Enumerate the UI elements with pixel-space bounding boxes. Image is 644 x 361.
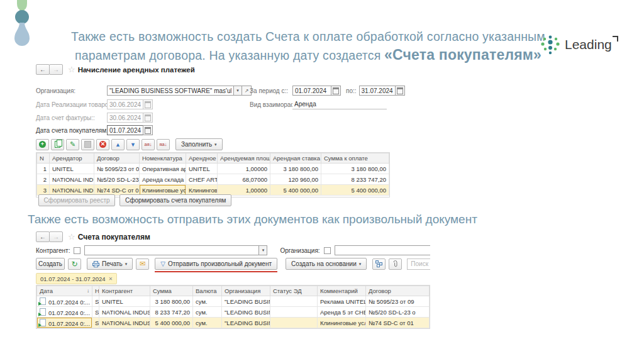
add-row-button[interactable]: +: [36, 139, 49, 150]
buyer-invoice-date-label: Дата счета покупателям:: [36, 127, 107, 134]
sort-desc-button[interactable]: яа↓: [157, 139, 170, 150]
leading-logo-icon: [540, 33, 561, 57]
date-filter-chip[interactable]: 01.07.2024 - 31.07.2024 ✕: [36, 273, 117, 284]
back-button[interactable]: ←: [36, 64, 50, 75]
create-buyer-invoices-button[interactable]: Сформировать счета покупателям: [119, 194, 231, 206]
table-row[interactable]: 01.07.2024 0:... S NATIONAL INDUS... 8 2…: [37, 307, 430, 318]
settlement-type-input[interactable]: [292, 99, 387, 109]
chevron-down-icon: ▾: [125, 262, 128, 267]
col-rent-place[interactable]: Арендное м...: [186, 153, 218, 164]
copy-icon: [55, 141, 60, 148]
col-number[interactable]: Н: [92, 286, 99, 296]
arrow-down-icon: ▼: [130, 142, 136, 148]
paperclip-icon: [392, 260, 398, 267]
attachments-button[interactable]: [389, 258, 402, 270]
copy-row-button[interactable]: [51, 139, 64, 150]
favorite-star-icon[interactable]: ☆: [68, 232, 75, 242]
edit-row-button[interactable]: ✎: [66, 139, 79, 150]
window1-title: Начисление арендных платежей: [78, 66, 195, 74]
col-counterparty[interactable]: Контрагент: [99, 286, 150, 296]
slide-title-line2: параметрам договора. На указанную дату с…: [25, 46, 591, 65]
window-buyer-invoices: ← → ☆ Счета покупателям Контрагент: ▾ Ор…: [36, 231, 430, 333]
col-contract[interactable]: Договор: [366, 286, 430, 296]
table-row[interactable]: 1 UNITEL № 5095/23 от 09.11.2... Операти…: [37, 164, 389, 174]
delete-icon: ✕: [99, 141, 106, 148]
realization-date-input: [107, 99, 143, 109]
buyer-invoice-date-input[interactable]: [107, 125, 143, 135]
favorite-star-icon[interactable]: ☆: [68, 65, 75, 74]
org-input[interactable]: [107, 86, 234, 96]
create-button[interactable]: Создать: [36, 258, 65, 270]
col-tenant[interactable]: Арендатор: [50, 153, 94, 164]
table-row[interactable]: 2 NATIONAL INDUSTRI... №5/20 SD-L-23 от …: [37, 174, 389, 185]
table-row[interactable]: 01.07.2024 0:... S UNITEL 3 180 800,00 с…: [37, 296, 430, 307]
org-filter-checkbox[interactable]: [324, 247, 331, 254]
move-down-button[interactable]: ▼: [126, 139, 140, 150]
col-amount[interactable]: Сумма к оплате: [321, 153, 389, 164]
col-contract[interactable]: Договор: [94, 153, 140, 164]
leading-logo: Leading: [540, 33, 618, 57]
table-row-selected[interactable]: 01.07.2024 0:... S NATIONAL INDUS... 5 4…: [37, 318, 430, 328]
org-dropdown-icon[interactable]: ▾: [233, 86, 242, 96]
period-to-calendar-icon[interactable]: [395, 86, 405, 96]
buyer-invoice-date-calendar-icon[interactable]: [143, 125, 153, 135]
col-area[interactable]: Арендуемая площадь: [218, 153, 270, 164]
invoice-date-label: Дата счет фактуры::: [36, 114, 107, 121]
search-input[interactable]: [407, 258, 430, 270]
close-icon[interactable]: ✕: [109, 276, 113, 282]
counterparty-checkbox[interactable]: [74, 247, 80, 254]
period-from-calendar-icon[interactable]: [331, 86, 341, 96]
leading-logo-text: Leading: [565, 37, 618, 52]
document-icon: [40, 308, 46, 316]
counterparty-input[interactable]: [84, 245, 259, 255]
chevron-down-icon: ▾: [214, 142, 217, 147]
rent-table-header-row: N Арендатор Договор Номенклатура Арендно…: [37, 153, 389, 164]
refresh-icon: ↻: [71, 260, 77, 269]
col-nomenclature[interactable]: Номенклатура: [140, 153, 186, 164]
period-to-label: по::: [346, 87, 357, 94]
col-organization[interactable]: Организация: [222, 286, 270, 296]
back-button[interactable]: ←: [36, 231, 50, 242]
settlement-type-label: Вид взаиморасчетов::: [250, 101, 292, 108]
col-comment[interactable]: Комментарий: [318, 286, 366, 296]
selected-cell[interactable]: Клининговые услуги: [140, 185, 186, 196]
refresh-button[interactable]: ↻: [68, 258, 81, 270]
table-row-selected[interactable]: 3 NATIONAL INDUSTRI... №74 SD-C от 01.12…: [37, 185, 389, 196]
sort-asc-icon: ая↓: [145, 142, 152, 147]
print-button[interactable]: Печать ▾: [87, 258, 133, 270]
envelope-icon: ✉: [140, 260, 145, 268]
col-amount[interactable]: Сумма: [150, 286, 193, 296]
counterparty-label: Контрагент:: [36, 247, 70, 254]
col-currency[interactable]: Валюта: [193, 286, 222, 296]
col-rate[interactable]: Арендная ставка: [270, 153, 321, 164]
related-documents-button[interactable]: [372, 258, 386, 270]
send-custom-document-button[interactable]: ▽ Отправить произвольный документ: [155, 258, 277, 270]
invoices-table: Дата↓ Н Контрагент Сумма Валюта Организа…: [36, 286, 430, 328]
document-icon: [40, 297, 46, 305]
email-button[interactable]: ✉: [136, 258, 149, 270]
create-based-on-button[interactable]: Создать на основании ▾: [286, 258, 367, 270]
selected-cell[interactable]: 01.07.2024 0:...: [37, 318, 92, 328]
document-icon: [40, 319, 46, 326]
arrow-up-icon: ▲: [115, 142, 121, 148]
period-to-input[interactable]: [359, 86, 396, 96]
delete-row-button[interactable]: ✕: [96, 139, 109, 150]
period-from-label: За период с::: [250, 87, 292, 94]
red-highlight-underline: [155, 271, 277, 272]
move-up-button[interactable]: ▲: [111, 139, 125, 150]
form-register-button: Сформировать реестр: [38, 194, 115, 206]
forward-button[interactable]: →: [49, 231, 63, 242]
sort-asc-button[interactable]: ая↓: [142, 139, 155, 150]
period-from-input[interactable]: [292, 86, 331, 96]
related-documents-icon: [375, 260, 382, 267]
col-ed-status[interactable]: Статус ЭД: [270, 286, 318, 296]
invoices-table-container: Дата↓ Н Контрагент Сумма Валюта Организа…: [36, 285, 430, 329]
fill-button[interactable]: Заполнить ▾: [175, 138, 223, 150]
col-n[interactable]: N: [37, 153, 50, 164]
rent-table-container: N Арендатор Договор Номенклатура Арендно…: [36, 152, 390, 197]
plus-icon: +: [39, 141, 46, 148]
counterparty-dropdown-icon[interactable]: ▾: [258, 245, 267, 255]
forward-button[interactable]: →: [49, 64, 63, 75]
col-date[interactable]: Дата↓: [37, 286, 92, 296]
org-filter-input[interactable]: [335, 245, 430, 255]
